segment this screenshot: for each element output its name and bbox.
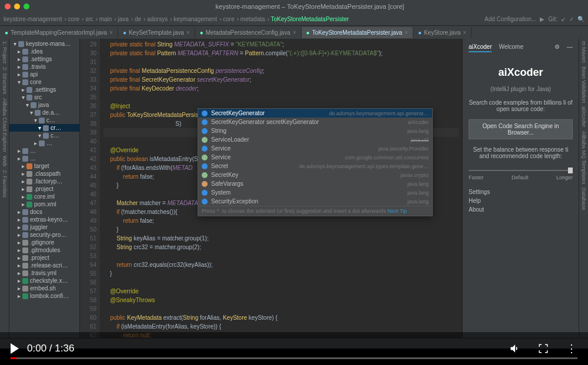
tree-item[interactable]: ▸.travis	[9, 63, 79, 71]
aixcoder-logo: aiXcoder	[498, 66, 543, 79]
balance-slider[interactable]: Faster Default Longer	[469, 166, 573, 180]
aixcoder-panel: aiXcoder Welcome ⚙ — aiXcoder (IntelliJ …	[463, 39, 579, 338]
right-tool-strip[interactable]: m Maven Bean Validation aiXcoder Alibaba…	[579, 39, 588, 338]
tree-item[interactable]: ▾cr…	[9, 124, 79, 132]
next-tip-link[interactable]: Next Tip	[387, 208, 407, 214]
completion-item[interactable]: Servicecom.google.common.util.concurrent	[198, 153, 432, 162]
close-icon[interactable]: ×	[293, 29, 296, 36]
tree-item[interactable]: ▸checkstyle.x…	[9, 277, 79, 284]
tree-item[interactable]: ▸docs	[9, 208, 79, 216]
tree-item[interactable]: ▸.release-scri…	[9, 262, 79, 269]
video-progress[interactable]	[11, 357, 577, 359]
git-pull-icon[interactable]: ✓	[569, 16, 574, 22]
gear-icon[interactable]: ⚙	[554, 43, 560, 52]
completion-item[interactable]: SecretKeyjavax.crypto	[198, 170, 432, 179]
editor-tab[interactable]: ●TemplateMappingGeneratorImpl.java×	[0, 27, 118, 38]
left-tool-strip[interactable]: 1: Project 2: Structure Alibaba Cloud Ex…	[0, 39, 9, 338]
tree-item[interactable]: ▸.gitignore	[9, 239, 79, 246]
close-icon[interactable]: ×	[463, 29, 466, 36]
code-editor[interactable]: 2930313233343536373839404142434445464748…	[80, 39, 462, 338]
run-config-selector[interactable]: Add Configuration...	[485, 16, 536, 22]
completion-popup[interactable]: SecretKeyGeneratorde.adorsys.keymanageme…	[198, 108, 433, 216]
completion-item[interactable]: ServiceLoaderjava.util	[198, 135, 432, 144]
window-close-icon[interactable]	[5, 4, 11, 9]
tree-item[interactable]: ▸.project	[9, 185, 79, 193]
tree-item[interactable]: ▸juggler	[9, 223, 79, 231]
window-title: keystore-management – ToKeyStoreMetadata…	[36, 3, 583, 10]
completion-item[interactable]: SecretKeyGenerator secretKeyGeneratoraiX…	[198, 118, 432, 126]
tree-item[interactable]: ▸core.iml	[9, 193, 79, 200]
tree-item[interactable]: ▾keystore-mana…	[9, 40, 79, 48]
tree-item[interactable]: ▸api	[9, 71, 79, 78]
project-tree[interactable]: ▾keystore-mana…▸.idea▸.settings▸.travis▸…	[9, 39, 80, 338]
about-link[interactable]: About	[469, 205, 573, 214]
window-min-icon[interactable]	[14, 4, 20, 9]
editor-tab[interactable]: ●MetadataPersistenceConfig.java×	[195, 27, 302, 38]
completion-item[interactable]: Servicejava.security.Provider	[198, 144, 432, 153]
tree-item[interactable]: ▸lombok.confi…	[9, 292, 79, 300]
tree-item[interactable]: ▸.factoryp…	[9, 178, 79, 185]
tree-item[interactable]: ▸extras-keyro…	[9, 216, 79, 223]
close-icon[interactable]: ×	[186, 29, 190, 36]
tree-item[interactable]: ▾c…	[9, 116, 79, 124]
git-branch-icon[interactable]: ↙	[561, 16, 566, 22]
window-max-icon[interactable]	[24, 4, 29, 9]
close-icon[interactable]: ×	[405, 29, 408, 36]
hide-icon[interactable]: —	[567, 43, 573, 52]
editor-tab[interactable]: ●KeySetTemplate.java×	[118, 27, 195, 38]
tree-item[interactable]: ▸embed.sh	[9, 284, 79, 292]
tree-item[interactable]: ▾src	[9, 93, 79, 101]
tab-welcome[interactable]: Welcome	[499, 43, 523, 52]
aixcoder-links: Settings Help About	[469, 187, 573, 214]
tree-item[interactable]: ▸…	[9, 155, 79, 162]
tree-item[interactable]: ▸pom.xml	[9, 200, 79, 208]
video-controls[interactable]: 0:00 / 1:36 ⋮	[0, 332, 588, 365]
completion-item[interactable]: SecretKeyGeneratorde.adorsys.keymanageme…	[198, 109, 432, 118]
navigation-bar: keystore-management› core› src› main› ja…	[0, 13, 588, 26]
completion-item[interactable]: SafeVarargsjava.lang	[198, 179, 432, 188]
completion-item[interactable]: Secretde.adorsys.keymanagement.api.types…	[198, 162, 432, 170]
tree-item[interactable]: ▸.classpath	[9, 170, 79, 178]
completion-item[interactable]: Systemjava.lang	[198, 188, 432, 197]
line-gutter: 2930313233343536373839404142434445464748…	[80, 39, 100, 338]
completion-item[interactable]: SecurityExceptionjava.lang	[198, 197, 432, 206]
tab-aixcoder[interactable]: aiXcoder	[469, 43, 492, 52]
open-search-button[interactable]: Open Code Search Engine in Browser...	[469, 119, 573, 139]
window-titlebar: keystore-management – ToKeyStoreMetadata…	[0, 0, 588, 13]
aixcoder-subtitle: (IntelliJ plugin for Java)	[490, 86, 551, 92]
tree-item[interactable]: ▸.settings	[9, 86, 79, 93]
tree-item[interactable]: ▸.project	[9, 254, 79, 262]
tree-item[interactable]: ▾java	[9, 101, 79, 109]
volume-icon[interactable]	[509, 343, 521, 354]
debug-icon[interactable]: ▶	[540, 16, 544, 22]
tree-item[interactable]: ▸target	[9, 162, 79, 170]
tree-item[interactable]: ▸.gitmodules	[9, 246, 79, 254]
tree-item[interactable]: ▾c…	[9, 132, 79, 139]
completion-footer: Press ^. to choose the selected (or firs…	[198, 206, 432, 216]
tree-item[interactable]: ▾de.a…	[9, 109, 79, 116]
settings-link[interactable]: Settings	[469, 187, 573, 196]
search-icon[interactable]: 🔍	[577, 16, 584, 22]
breadcrumb[interactable]: keystore-management› core› src› main› ja…	[4, 16, 351, 22]
fullscreen-icon[interactable]	[537, 343, 549, 354]
help-link[interactable]: Help	[469, 196, 573, 205]
more-icon[interactable]: ⋮	[566, 343, 577, 354]
tree-item[interactable]: ▾core	[9, 78, 79, 86]
video-time: 0:00 / 1:36	[27, 343, 74, 354]
aixcoder-desc: Search code examples from billions li of…	[469, 99, 573, 112]
close-icon[interactable]: ×	[109, 29, 113, 36]
tree-item[interactable]: ▸.travis.yml	[9, 269, 79, 277]
tree-item[interactable]: ▸…	[9, 139, 79, 147]
editor-tabs: ●TemplateMappingGeneratorImpl.java× ●Key…	[0, 26, 588, 39]
tree-item[interactable]: ▸…	[9, 147, 79, 155]
git-label: Git:	[548, 16, 557, 22]
editor-tab[interactable]: ●KeyStore.java×	[413, 27, 472, 38]
play-icon[interactable]	[11, 343, 19, 354]
balance-label: Set the balance between response ti and …	[469, 146, 573, 159]
editor-tab-active[interactable]: ●ToKeyStoreMetadataPersister.java×	[302, 27, 413, 38]
tree-item[interactable]: ▸.idea	[9, 48, 79, 55]
tree-item[interactable]: ▸.settings	[9, 55, 79, 63]
tree-item[interactable]: ▸security-pro…	[9, 231, 79, 239]
completion-item[interactable]: Stringjava.lang	[198, 126, 432, 135]
